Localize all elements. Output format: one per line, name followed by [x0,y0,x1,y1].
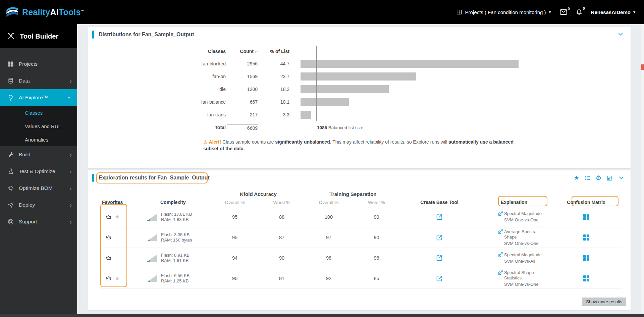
projects-menu[interactable]: Projects ( Fan condition monitoring ) ▾ [456,9,551,15]
tool-builder-header: Tool Builder [0,24,77,48]
kfold-worst-value: 90 [258,255,305,261]
col-pct: % of List [258,49,289,54]
confusion-matrix-icon[interactable] [583,234,589,241]
class-count: 1200 [226,87,258,92]
sidebar-item-data[interactable]: Data › [0,72,77,89]
training-worst-header[interactable]: Worst % [352,200,401,205]
confusion-matrix-icon[interactable] [583,255,589,261]
col-count-sort[interactable]: Count↓↑ [226,49,258,54]
create-base-tool-button[interactable] [401,213,478,221]
kfold-overall-value: 95 [211,214,258,220]
create-base-tool-button[interactable] [401,275,478,282]
settings-gear-icon[interactable]: ⚙ [596,175,601,181]
chevron-right-icon: › [69,77,72,84]
sidebar-item-deploy[interactable]: Deploy › [0,197,77,213]
explanation-gears-icon[interactable]: ⚙⚙ [497,229,504,235]
sidebar-item-projects[interactable]: Projects [0,56,77,72]
notifications-button[interactable]: 0 [576,9,582,16]
count-bar [301,72,416,81]
kfold-overall-header[interactable]: Overall % [211,200,258,205]
sidebar-subitem-classes[interactable]: Classes [0,106,77,119]
distribution-row: fan-blocked 2956 44.7 [88,57,631,70]
flash-size: Flash: 17.81 KB [161,212,192,217]
distributions-panel: Distributions for Fan_Sample_Output Clas… [88,27,631,168]
sidebar-item-test-optimize[interactable]: Test & Optimize › [0,163,77,180]
crown-icon[interactable] [105,234,112,241]
show-more-results-button[interactable]: Show more results [582,298,626,306]
training-worst-value: 90 [352,235,401,240]
result-row: ★ Flash: 17.81 KB RAM: 1.63 KB 95 88 100… [101,207,622,227]
sidebar-item-label: Projects [19,61,38,67]
favorites-header: Favorites [101,200,144,205]
training-separation-header: Training Separation [305,191,401,197]
sidebar-item-support[interactable]: Support › [0,213,77,230]
total-label: Total [88,125,226,130]
class-label: fan-balance [88,99,226,105]
class-count: 667 [226,99,258,105]
sidebar-subitem-anomalies[interactable]: Anomalies [0,133,77,146]
crown-icon[interactable] [105,255,112,261]
chevron-right-icon: › [69,151,72,158]
collapse-panel-button[interactable] [618,174,625,181]
chevron-right-icon: › [69,168,72,175]
ram-size: RAM: 1.25 KB [161,278,190,284]
exploration-panel: Exploration results for Fan_Sample_Outpu… [88,170,631,310]
sidebar-item-label: Build [19,152,30,158]
result-row: ★ Flash: 6.56 KB RAM: 1.25 KB 90 81 92 8… [101,268,622,288]
flask-icon [7,168,14,175]
explanation-method: Spectral Magnitude [504,211,548,216]
favorite-star-icon[interactable]: ★ [115,276,120,281]
kfold-accuracy-header: Kfold Accuracy [211,191,305,197]
collapse-panel-button[interactable] [617,31,624,38]
confusion-matrix-header: Confusion Matrix [550,200,622,205]
training-overall-value: 92 [305,276,352,281]
explanation-method: Spectral Shape Statistics [504,270,548,281]
brand-logo[interactable]: RealityAITools™ [0,5,84,19]
user-menu[interactable]: RenesasAIDemo ▾ [591,9,635,15]
crown-icon[interactable] [105,275,112,282]
training-overall-header[interactable]: Overall % [305,200,352,205]
bell-icon [576,9,582,16]
result-row: Flash: 3.05 KB RAM: 160 bytes 95 87 97 9… [101,227,622,248]
explanation-model: SVM One-vs-All [504,259,548,264]
export-icon [436,275,443,282]
crown-icon[interactable] [105,214,112,220]
class-pct: 10.1 [258,99,289,105]
exploration-group-header: Kfold Accuracy Training Separation [101,190,622,198]
alert-label: Alert! [209,139,221,145]
flash-size: Flash: 6.56 KB [161,273,190,278]
unbalanced-alert: ⚠Alert!Class sample counts are significa… [203,139,519,152]
messages-button[interactable]: 0 [560,9,567,15]
result-row: Flash: 8.91 KB RAM: 1.61 KB 94 90 98 96 … [101,248,622,268]
confusion-matrix-icon[interactable] [583,275,589,281]
sidebar-item-ai-explore[interactable]: AI Explore™ [0,89,77,106]
favorite-star-icon[interactable]: ★ [115,214,120,220]
vertical-scrollbar[interactable] [641,24,644,317]
export-icon [436,234,443,241]
count-bar [301,98,349,106]
sidebar-item-label: Optimize BOM [19,185,53,191]
sidebar-item-optimize-bom[interactable]: Optimize BOM › [0,180,77,197]
create-base-tool-button[interactable] [401,254,478,262]
distribution-row: fan-on 1569 23.7 [88,70,631,83]
results-list-icon[interactable] [584,175,591,181]
chevron-down-icon [617,31,624,38]
panel-accent-bar [92,31,94,39]
explanation-gears-icon[interactable]: ⚙⚙ [497,253,504,259]
kfold-worst-header[interactable]: Worst % [258,200,305,205]
training-overall-value: 98 [305,255,352,261]
balanced-list-size-label: 1085 Balanced list size [301,125,363,130]
sort-icon: ↓↑ [255,50,258,54]
class-label: fan-on [88,74,226,79]
create-base-tool-button[interactable] [401,234,478,241]
explanation-gears-icon[interactable]: ⚙⚙ [497,270,504,276]
chart-icon[interactable] [606,175,613,181]
class-pct: 23.7 [258,74,289,79]
kfold-overall-value: 95 [211,235,258,240]
sidebar-item-build[interactable]: Build › [0,146,77,163]
favorites-filter-icon[interactable]: ★ [574,175,579,181]
confusion-matrix-icon[interactable] [583,214,589,220]
explanation-model: SVM One-vs-One [504,241,548,246]
explanation-gears-icon[interactable]: ⚙⚙ [497,211,504,217]
sidebar-subitem-values-and-rul[interactable]: Values and RUL [0,119,77,133]
